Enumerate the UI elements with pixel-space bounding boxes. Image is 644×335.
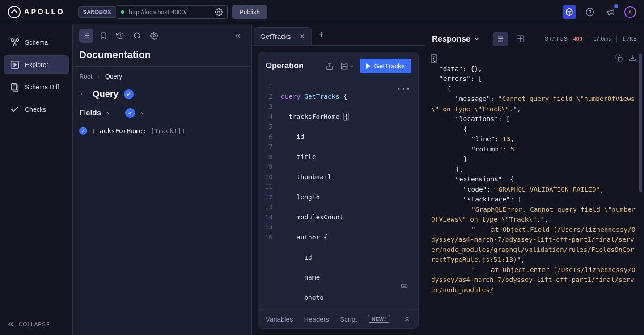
sidebar-collapse-button[interactable]: COLLAPSE (0, 314, 72, 335)
checks-icon (10, 105, 20, 114)
sidebar-item-label: Explorer (25, 61, 48, 68)
svg-point-17 (134, 33, 140, 38)
breadcrumb-root[interactable]: Root (79, 73, 93, 80)
more-icon[interactable]: ••• (397, 84, 411, 94)
response-body[interactable]: { "data": {}, "errors": [ { "message": "… (425, 50, 644, 335)
response-actions (615, 54, 636, 62)
status-time: 17.0ms (593, 36, 611, 42)
schema-icon (10, 38, 20, 47)
status-code: 400 (573, 36, 582, 42)
line-gutter: 12345678910111213141516 (258, 80, 278, 309)
endpoint-url: http://localhost:4000/ (129, 8, 186, 16)
tab-label: GetTracks (260, 33, 291, 40)
tab-headers[interactable]: Headers (304, 315, 329, 323)
history-icon[interactable] (113, 29, 127, 43)
status-block: STATUS 400 17.0ms 1.7KB (545, 35, 637, 42)
response-title-dropdown[interactable]: Response (432, 34, 480, 44)
cube-icon[interactable] (563, 5, 576, 19)
doc-toolbar (73, 24, 251, 43)
response-header: Response STATUS 400 17.0ms 1.7KB (425, 24, 644, 50)
field-name: tracksForHome: (92, 127, 146, 134)
apollo-logo-mark (8, 6, 21, 18)
svg-rect-10 (13, 85, 18, 92)
close-icon[interactable]: ✕ (299, 32, 305, 41)
new-badge: NEW! (368, 315, 390, 323)
collapse-icon (7, 321, 14, 328)
sidebar-item-explorer[interactable]: Explorer (4, 55, 69, 74)
apollo-logo: APOLLO (8, 6, 65, 18)
bookmark-icon[interactable] (96, 29, 110, 43)
apollo-logo-text: APOLLO (24, 8, 65, 16)
documentation-title: Documentation (73, 43, 251, 67)
view-json-icon[interactable] (493, 32, 508, 46)
expand-up-icon[interactable] (403, 315, 411, 323)
tab-gettracks[interactable]: GetTracks ✕ (254, 27, 312, 45)
settings-icon[interactable] (147, 29, 161, 43)
status-dot-icon (121, 10, 124, 14)
tab-script[interactable]: Script (340, 315, 357, 323)
help-icon[interactable] (583, 5, 597, 19)
status-label: STATUS (545, 36, 568, 42)
svg-rect-9 (12, 84, 17, 90)
collapse-panel-icon[interactable] (231, 29, 245, 43)
svg-marker-8 (14, 63, 17, 66)
documentation-panel: Documentation Root › Query ← Query ✓ Fie… (73, 24, 252, 335)
sidebar-item-schema-diff[interactable]: Schema Diff (4, 78, 69, 96)
run-button[interactable]: GetTracks (360, 59, 411, 73)
topbar-right: A (563, 5, 636, 19)
save-dropdown[interactable] (340, 62, 355, 70)
check-badge-icon[interactable]: ✓ (124, 89, 134, 99)
fields-heading-row: Fields ✓ (73, 107, 251, 125)
breadcrumb-current: Query (105, 73, 122, 80)
schema-diff-icon (10, 82, 20, 92)
publish-button[interactable]: Publish (232, 5, 267, 19)
check-badge-icon[interactable]: ✓ (125, 108, 135, 118)
sidebar-item-checks[interactable]: Checks (4, 100, 69, 119)
endpoint-url-box[interactable]: http://localhost:4000/ (116, 5, 228, 19)
main-row: Schema Explorer Schema Diff Checks COLLA… (0, 24, 644, 335)
search-icon[interactable] (130, 29, 144, 43)
copy-icon[interactable] (615, 54, 623, 62)
operation-column: GetTracks ✕ + Operation GetTracks (252, 24, 425, 335)
operation-card: Operation GetTracks ••• 1234567891011121… (258, 52, 419, 329)
response-column: Response STATUS 400 17.0ms 1.7KB (425, 24, 644, 335)
sidebar-item-label: Schema (25, 39, 48, 46)
tab-variables[interactable]: Variables (266, 315, 293, 323)
status-size: 1.7KB (622, 36, 637, 42)
chevron-down-icon[interactable] (140, 110, 146, 116)
query-heading-row: ← Query ✓ (73, 86, 251, 107)
view-table-icon[interactable] (513, 32, 528, 46)
collapse-label: COLLAPSE (19, 322, 50, 327)
announcements-icon[interactable] (604, 5, 617, 19)
sandbox-badge: SANDBOX (78, 6, 117, 18)
left-sidebar: Schema Explorer Schema Diff Checks COLLA… (0, 24, 73, 335)
sidebar-item-label: Checks (25, 106, 46, 113)
download-icon[interactable] (629, 54, 636, 62)
operation-header: Operation GetTracks (258, 52, 418, 80)
check-badge-icon: ✓ (79, 127, 87, 135)
play-icon (366, 63, 370, 69)
sidebar-item-label: Schema Diff (25, 84, 59, 91)
share-icon[interactable] (324, 61, 335, 71)
field-tracksforhome[interactable]: ✓ tracksForHome: [Track!]! (73, 125, 251, 137)
run-button-label: GetTracks (374, 62, 405, 70)
user-avatar[interactable]: A (624, 6, 636, 18)
code-content: query GetTracks { tracksForHome { id tit… (278, 80, 349, 309)
sort-icon[interactable] (106, 110, 112, 116)
svg-point-5 (16, 39, 19, 42)
keyboard-icon[interactable] (399, 282, 409, 289)
notification-dot-icon (614, 4, 618, 8)
gear-icon[interactable] (215, 8, 223, 16)
sidebar-item-schema[interactable]: Schema (4, 33, 69, 52)
breadcrumb: Root › Query (73, 67, 251, 86)
field-type: [Track!]! (146, 127, 185, 134)
back-arrow-icon[interactable]: ← (79, 89, 87, 99)
code-editor[interactable]: ••• 12345678910111213141516 query GetTra… (258, 80, 418, 309)
svg-rect-33 (618, 57, 622, 61)
doc-list-icon[interactable] (79, 29, 93, 43)
explorer-icon (10, 60, 20, 70)
scrollbar[interactable] (639, 54, 642, 192)
add-tab-icon[interactable]: + (314, 25, 329, 44)
query-heading: Query (93, 89, 119, 99)
fields-heading: Fields (79, 109, 101, 117)
